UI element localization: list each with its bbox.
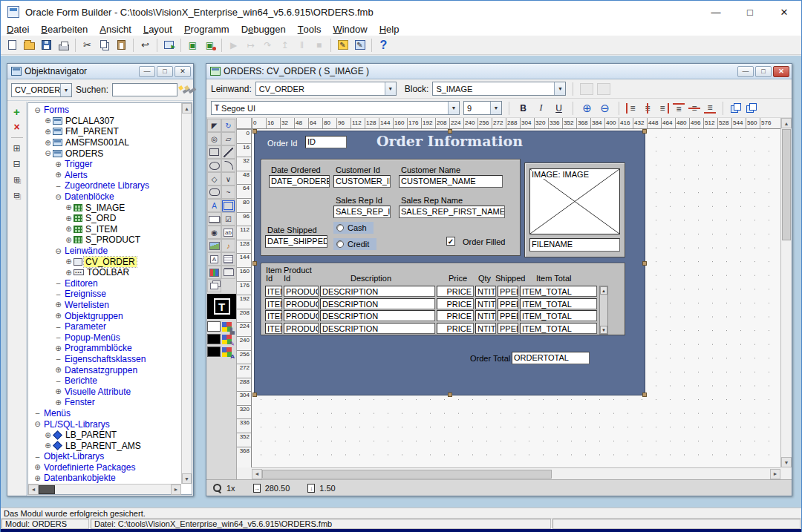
shipped-cell[interactable]: PPED — [498, 298, 518, 309]
qty-cell[interactable]: NTITY — [475, 286, 496, 297]
tree-item-datenbl-cke[interactable]: ⊖Datenblöcke — [28, 191, 181, 203]
product-id-cell[interactable]: PRODUC — [284, 323, 319, 334]
debug-mode-icon[interactable]: ▣ — [184, 37, 201, 53]
align-middle-icon[interactable] — [688, 103, 700, 114]
fill-color-swatch[interactable] — [207, 321, 221, 332]
order-total-label[interactable]: Order Total — [470, 354, 510, 363]
tree-item-men-s[interactable]: –Menüs — [28, 408, 181, 419]
scroll-down-icon[interactable]: ▼ — [781, 457, 792, 467]
debug-console-icon[interactable]: ▣ — [201, 37, 218, 53]
price-cell[interactable]: PRICE — [437, 298, 474, 309]
filename-field[interactable]: FILENAME — [529, 238, 620, 252]
scroll-left-icon[interactable]: ◄ — [252, 469, 262, 479]
sales-rep-name-label[interactable]: Sales Rep Name — [401, 196, 463, 205]
credit-radio[interactable]: Credit — [333, 238, 376, 250]
customer-id-field[interactable]: CUSTOMER_ID — [333, 175, 391, 188]
tree-item-trigger[interactable]: ⊕Trigger — [28, 159, 181, 170]
tree-item-parameter[interactable]: –Parameter — [28, 321, 181, 332]
date-shipped-field[interactable]: DATE_SHIPPED — [265, 235, 327, 248]
collapse-icon[interactable]: ⊟ — [11, 159, 23, 169]
tree-item-fm-parent[interactable]: ⊕FM_PARENT — [28, 126, 181, 137]
canvas-grid[interactable]: Order Id ID Order Information Date Order… — [252, 129, 780, 467]
search-forward-icon[interactable] — [181, 85, 183, 95]
minimize-button[interactable]: — — [699, 1, 733, 23]
block-combo[interactable]: S_IMAGE ▼ — [432, 82, 566, 96]
tree-item-datenbankobjekte[interactable]: ⊕Datenbankobjekte — [28, 473, 181, 484]
copy-icon[interactable] — [96, 37, 113, 53]
expand-node-icon[interactable]: ⊕ — [43, 139, 53, 147]
bold-button[interactable]: B — [516, 102, 530, 115]
rounded-rect-tool-icon[interactable] — [207, 185, 221, 199]
open-icon[interactable] — [21, 37, 38, 53]
item-id-cell[interactable]: ITEM — [265, 310, 282, 321]
tree-item-toolbar[interactable]: ⊕•••TOOLBAR — [28, 267, 181, 278]
zoom-in-icon[interactable]: ⊕ — [580, 102, 594, 115]
layout-editor-titlebar[interactable]: ORDERS: CV_ORDER ( S_IMAGE ) — □ ✕ — [206, 64, 792, 79]
radio-tool-icon[interactable]: ◉ — [207, 226, 221, 239]
menu-ansicht[interactable]: Ansicht — [94, 23, 137, 36]
add-icon[interactable]: + — [11, 106, 23, 116]
item-total-cell[interactable]: ITEM_TOTAL — [520, 286, 597, 297]
item-id-cell[interactable]: ITEM — [265, 298, 282, 309]
text-color-swatch[interactable] — [207, 347, 221, 357]
navigator-vertical-scrollbar[interactable]: ▲ ▼ — [181, 103, 192, 484]
qty-cell[interactable]: NTITY — [475, 310, 496, 321]
line-tool-icon[interactable] — [221, 145, 235, 159]
product-id-cell[interactable]: PRODUC — [284, 286, 319, 297]
data-block-wizard-icon[interactable]: ✎ — [351, 37, 368, 53]
price-cell[interactable]: PRICE — [437, 286, 474, 297]
collapse-node-icon[interactable]: ⊖ — [53, 247, 63, 255]
image-panel[interactable]: IMAGE: IMAGE FILENAME — [524, 162, 625, 257]
chart-item-tool-icon[interactable] — [207, 266, 221, 279]
order-filled-checkbox[interactable]: ✓ — [446, 237, 455, 246]
expand-node-icon[interactable]: ⊕ — [53, 398, 63, 407]
tab-canvas-tool-icon[interactable] — [221, 266, 235, 279]
menu-datei[interactable]: Datei — [1, 23, 35, 36]
run-form-icon[interactable] — [160, 37, 177, 53]
scroll-left-icon[interactable]: ◄ — [28, 485, 39, 495]
tree-item-pl-sql-librarys[interactable]: ⊖PL/SQL-Librarys — [28, 418, 181, 430]
text-item-tool-icon[interactable] — [221, 226, 235, 239]
scroll-up-icon[interactable]: ▲ — [182, 103, 192, 114]
chevron-down-icon[interactable]: ▼ — [60, 84, 71, 96]
item-total-cell[interactable]: ITEM_TOTAL — [520, 323, 597, 334]
rectangle-tool-icon[interactable] — [207, 145, 221, 159]
search-input[interactable] — [112, 83, 177, 96]
layout-wizard-icon[interactable]: ✎ — [334, 37, 351, 53]
tree-item-objektgruppen[interactable]: ⊕Objektgruppen — [28, 310, 181, 321]
expand-node-icon[interactable]: ⊕ — [53, 160, 63, 168]
product-id-cell[interactable]: PRODUC — [284, 298, 319, 309]
stacked-canvas-tool-icon[interactable] — [207, 279, 221, 292]
rotate-tool-icon[interactable]: ↻ — [221, 119, 235, 132]
expand-node-icon[interactable]: ⊕ — [64, 214, 74, 223]
items-table-panel[interactable]: Item Id Product Id Description Price Qty… — [261, 263, 625, 335]
cash-radio[interactable]: Cash — [333, 222, 374, 234]
tree-item-vordefinierte-packages[interactable]: ⊕Vordefinierte Packages — [28, 462, 181, 473]
price-cell[interactable]: PRICE — [437, 323, 474, 334]
qty-cell[interactable]: NTITY — [475, 298, 496, 309]
customer-name-field[interactable]: CUSTOMER_NAME — [399, 175, 503, 188]
frame-tool-icon[interactable] — [221, 199, 235, 212]
close-button[interactable]: ✕ — [767, 1, 801, 23]
font-size-combo[interactable]: 9 ▼ — [463, 101, 502, 115]
sales-rep-name-field[interactable]: SALES_REP_FIRST_NAME — [399, 206, 505, 218]
editor-minimize-button[interactable]: — — [737, 66, 754, 77]
expand-all-icon[interactable]: ⊞ — [11, 174, 23, 185]
tree-item-amsfms001al[interactable]: ⊕AMSFMS001AL — [28, 137, 181, 148]
image-item[interactable]: IMAGE: IMAGE — [529, 168, 620, 234]
line-color-icon[interactable] — [222, 335, 232, 344]
connect-icon[interactable]: ↩ — [137, 37, 154, 53]
scroll-up-icon[interactable]: ▲ — [781, 118, 792, 128]
button-tool-icon[interactable] — [207, 212, 221, 226]
checkbox-tool-icon[interactable]: ☑ — [221, 212, 235, 226]
form-title[interactable]: Order Information — [255, 133, 645, 149]
bring-forward-icon[interactable] — [730, 103, 742, 114]
menu-tools[interactable]: Tools — [292, 23, 327, 36]
tree-item-berichte[interactable]: –Berichte — [28, 375, 181, 387]
order-filled-label[interactable]: Order Filled — [463, 237, 505, 246]
reshape-tool-icon[interactable]: ▱ — [221, 132, 235, 145]
expand-node-icon[interactable]: ⊕ — [53, 387, 63, 395]
tree-item-s-ord[interactable]: ⊕S_ORD — [28, 213, 181, 224]
tree-item-lb-parent[interactable]: ⊕LB_PARENT — [28, 430, 181, 441]
tree-item-visuelle-attribute[interactable]: ⊕Visuelle Attribute — [28, 386, 181, 397]
